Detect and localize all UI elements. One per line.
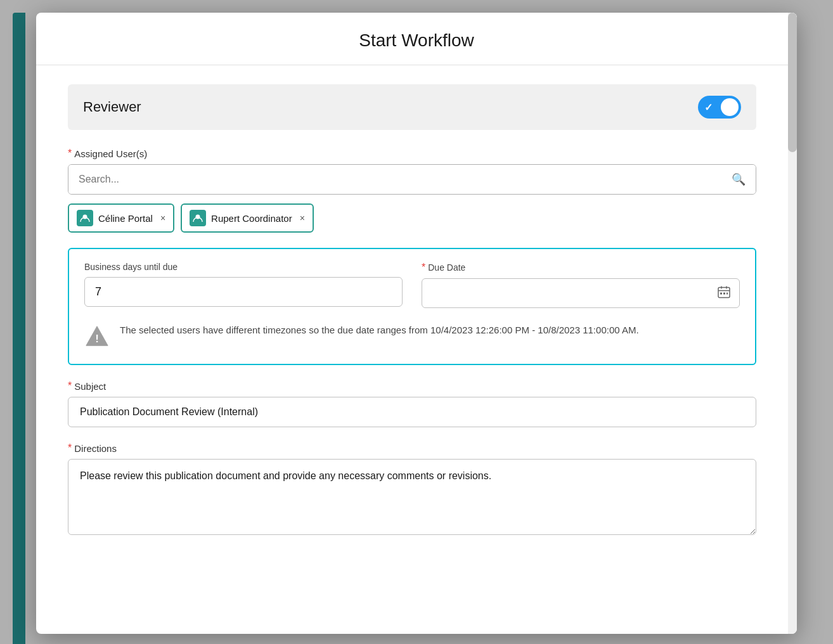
modal-body: Reviewer ✓ * Assigned User(s) 🔍 [36,65,797,578]
modal-overlay: Start Workflow Reviewer ✓ * Assigned Use… [13,13,820,644]
due-date-required-star: * [422,262,425,273]
required-star: * [68,148,72,159]
scrollbar[interactable] [788,13,797,634]
search-input-wrapper: 🔍 [68,164,756,195]
subject-input[interactable] [68,397,756,427]
reviewer-label: Reviewer [83,99,141,115]
subject-label: * Subject [68,380,756,392]
start-workflow-modal: Start Workflow Reviewer ✓ * Assigned Use… [36,13,797,634]
toggle-track: ✓ [698,96,741,119]
svg-point-0 [83,215,87,219]
directions-required-star: * [68,442,72,454]
svg-point-1 [196,215,200,219]
scrollbar-thumb[interactable] [788,13,797,152]
user-tag-celine: Céline Portal × [68,203,174,233]
subject-field: * Subject [68,380,756,427]
warning-icon: ! [84,323,110,349]
toggle-thumb [721,98,739,116]
user-tag-rupert: Rupert Coordinator × [181,203,314,233]
search-icon: 🔍 [732,172,746,186]
user-tag-celine-remove[interactable]: × [160,213,165,223]
background-left-panel [13,13,25,644]
subject-required-star: * [68,380,72,392]
modal-title: Start Workflow [61,30,772,51]
date-row: Business days until due * Due Date [84,262,740,308]
user-tags-container: Céline Portal × Rupert Coordinator × [68,203,756,233]
directions-label: * Directions [68,442,756,454]
calendar-icon [717,285,731,302]
business-days-field: Business days until due [84,262,403,308]
svg-rect-8 [726,292,728,294]
assigned-users-field: * Assigned User(s) 🔍 [68,148,756,233]
due-date-label: * Due Date [422,262,740,273]
warning-text: The selected users have different timezo… [120,323,639,338]
due-date-field: * Due Date [422,262,740,308]
user-tag-rupert-remove[interactable]: × [300,213,305,223]
user-tag-celine-name: Céline Portal [98,213,153,224]
due-date-input[interactable] [422,278,740,308]
svg-text:!: ! [95,332,99,345]
directions-textarea[interactable]: Please review this publication document … [68,459,756,535]
business-days-label: Business days until due [84,262,403,272]
search-input[interactable] [68,165,756,194]
user-avatar-celine [77,210,93,226]
toggle-check-icon: ✓ [704,101,713,113]
assigned-users-label: * Assigned User(s) [68,148,756,159]
user-avatar-rupert [190,210,206,226]
warning-banner: ! The selected users have different time… [84,321,740,351]
directions-field: * Directions Please review this publicat… [68,442,756,538]
user-tag-rupert-name: Rupert Coordinator [211,213,292,224]
svg-rect-7 [723,292,725,294]
reviewer-section: Reviewer ✓ [68,84,756,130]
due-date-input-wrapper [422,278,740,308]
date-box: Business days until due * Due Date [68,248,756,365]
business-days-input[interactable] [84,277,403,307]
reviewer-toggle[interactable]: ✓ [698,96,741,119]
modal-header: Start Workflow [36,13,797,65]
svg-rect-6 [720,292,722,294]
